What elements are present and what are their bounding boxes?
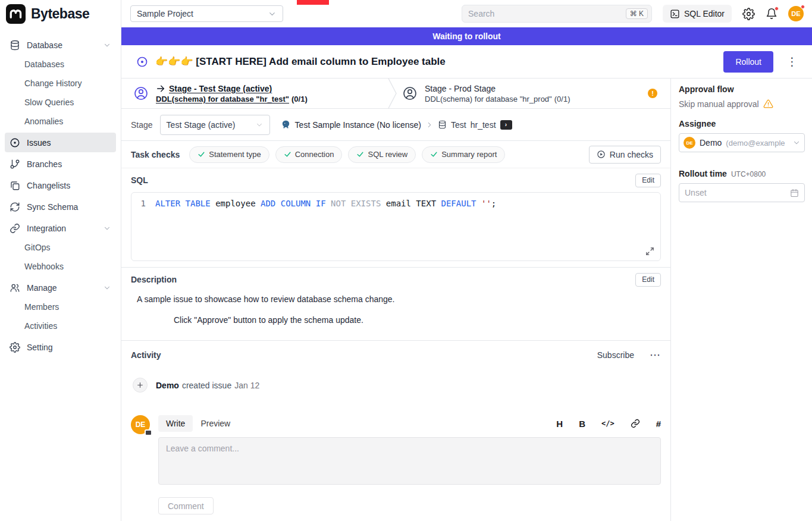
- sql-editor-label: SQL Editor: [684, 9, 725, 18]
- bytebase-logo-icon: [6, 4, 26, 24]
- stage-strip: Stage - Test Stage (active) DDL(schema) …: [121, 79, 670, 109]
- issue-status-icon: [136, 56, 148, 68]
- approval-flow-label: Approval flow: [679, 84, 805, 94]
- chevron-down-icon: [103, 41, 111, 49]
- stage-select[interactable]: Test Stage (active): [160, 115, 270, 135]
- description-title: Description: [131, 275, 177, 284]
- check-connection[interactable]: Connection: [275, 146, 343, 163]
- sidebar-item-integration[interactable]: Integration: [5, 218, 116, 238]
- project-select-value: Sample Project: [137, 9, 193, 18]
- heading-format-icon[interactable]: H: [556, 419, 563, 429]
- sidebar-item-manage[interactable]: Manage: [5, 278, 116, 297]
- subscribe-button[interactable]: Subscribe: [597, 350, 634, 360]
- avatar-initials: DE: [686, 140, 692, 146]
- sql-code-block[interactable]: 1 ALTER TABLE employee ADD COLUMN IF NOT…: [131, 192, 661, 261]
- comment-input[interactable]: [158, 437, 661, 485]
- run-checks-label: Run checks: [610, 150, 653, 159]
- hash-format-icon[interactable]: #: [656, 419, 661, 429]
- comment-button[interactable]: Comment: [158, 497, 214, 514]
- assignee-avatar: DE: [684, 137, 695, 149]
- settings-icon: [10, 342, 20, 353]
- stage-separator: [388, 79, 397, 108]
- main-column: Sample Project ⌘ K SQL Editor DE Waiting…: [121, 0, 812, 521]
- settings-gear-icon[interactable]: [742, 8, 755, 20]
- expand-icon[interactable]: [645, 247, 654, 256]
- sidebar-item-database[interactable]: Database: [5, 35, 116, 55]
- stage-test-task-link[interactable]: DDL(schema) for database "hr_test": [156, 95, 289, 103]
- project-select[interactable]: Sample Project: [130, 5, 283, 22]
- tab-preview[interactable]: Preview: [193, 415, 238, 432]
- stage-select-value: Test Stage (active): [167, 120, 236, 130]
- approval-flow-value: Skip manual approval: [679, 99, 759, 109]
- notifications-bell-icon[interactable]: [766, 8, 777, 20]
- rollout-time-header: Rollout time UTC+0800: [679, 169, 805, 178]
- line-number: 1: [131, 199, 155, 208]
- sidebar-item-activities[interactable]: Activities: [5, 316, 116, 335]
- activity-user: Demo: [156, 381, 179, 390]
- chevron-down-icon: [103, 284, 111, 292]
- bytebase-logo[interactable]: Bytebase: [0, 0, 121, 27]
- sidebar-item-label: Databases: [24, 59, 64, 69]
- status-banner-text: Waiting to rollout: [432, 32, 501, 41]
- user-avatar[interactable]: DE: [788, 6, 804, 21]
- sidebar-item-members[interactable]: Members: [5, 297, 116, 316]
- sidebar-item-slow-queries[interactable]: Slow Queries: [5, 93, 116, 112]
- open-sql-editor-icon[interactable]: ›: [500, 120, 512, 130]
- sidebar-item-sync-schema[interactable]: Sync Schema: [5, 197, 116, 216]
- rollout-button[interactable]: Rollout: [723, 51, 773, 73]
- issue-side-panel: Approval flow Skip manual approval Assig…: [671, 79, 812, 521]
- stage-prod-warning-icon: !: [648, 89, 657, 98]
- sidebar-item-databases[interactable]: Databases: [5, 55, 116, 74]
- check-statement-type[interactable]: Statement type: [189, 146, 269, 163]
- search-box[interactable]: ⌘ K: [462, 5, 652, 23]
- tab-write[interactable]: Write: [158, 415, 193, 432]
- assignee-select[interactable]: DE Demo (demo@example: [679, 133, 805, 152]
- rollout-timezone: UTC+0800: [731, 170, 766, 178]
- activity-action: created issue: [182, 381, 231, 390]
- database-link[interactable]: hr_test: [471, 120, 496, 130]
- environment-label: Test: [451, 120, 466, 130]
- sidebar-item-anomalies[interactable]: Anomalies: [5, 112, 116, 131]
- sidebar-nav: Database Databases Change History Slow Q…: [0, 27, 121, 357]
- manage-users-icon: [10, 283, 20, 293]
- sidebar-item-issues[interactable]: Issues: [5, 133, 116, 152]
- plus-circle-icon: [133, 378, 148, 393]
- database-icon: [10, 40, 20, 51]
- stage-test-title-link[interactable]: Stage - Test Stage (active): [169, 84, 272, 93]
- check-summary-report[interactable]: Summary report: [422, 146, 505, 163]
- sql-section: SQL Edit 1 ALTER TABLE employee ADD COLU…: [121, 168, 670, 268]
- format-toolbar: H B </> #: [556, 419, 661, 429]
- bold-format-icon[interactable]: B: [579, 419, 585, 429]
- search-input[interactable]: [468, 9, 626, 18]
- sql-editor-button[interactable]: SQL Editor: [663, 5, 732, 23]
- link-format-icon[interactable]: [631, 419, 640, 428]
- sidebar-item-label: Branches: [27, 159, 62, 169]
- sidebar-item-changelists[interactable]: Changelists: [5, 175, 116, 195]
- sidebar-item-gitops[interactable]: GitOps: [5, 238, 116, 257]
- sidebar-item-webhooks[interactable]: Webhooks: [5, 257, 116, 276]
- stage-prod-text: Stage - Prod Stage DDL(schema) for datab…: [425, 84, 570, 103]
- stage-prod-progress: (0/1): [554, 95, 570, 103]
- check-icon: [197, 150, 205, 158]
- issue-menu-icon[interactable]: ⋮: [786, 55, 798, 68]
- run-checks-button[interactable]: Run checks: [589, 146, 661, 164]
- activity-menu-icon[interactable]: ⋯: [650, 349, 661, 362]
- chevron-right-icon: [425, 121, 434, 129]
- check-sql-review[interactable]: SQL review: [348, 146, 416, 163]
- stage-test[interactable]: Stage - Test Stage (active) DDL(schema) …: [121, 79, 388, 108]
- issue-header: 👉👉👉 [START HERE] Add email column to Emp…: [121, 45, 812, 79]
- code-format-icon[interactable]: </>: [601, 419, 615, 428]
- activity-event: Democreated issueJan 12: [131, 378, 661, 393]
- sidebar-item-change-history[interactable]: Change History: [5, 74, 116, 93]
- sql-edit-button[interactable]: Edit: [635, 174, 661, 187]
- sidebar-item-label: Issues: [27, 138, 51, 147]
- assignee-name: Demo: [700, 138, 722, 147]
- sidebar-item-branches[interactable]: Branches: [5, 154, 116, 174]
- instance-link[interactable]: Test Sample Instance (No license): [295, 120, 421, 130]
- sidebar-item-setting[interactable]: Setting: [5, 337, 116, 357]
- user-circle-icon: [133, 86, 149, 101]
- stage-prod[interactable]: Stage - Prod Stage DDL(schema) for datab…: [397, 79, 670, 108]
- issue-title: 👉👉👉 [START HERE] Add email column to Emp…: [155, 55, 716, 68]
- description-edit-button[interactable]: Edit: [635, 273, 661, 287]
- rollout-time-input[interactable]: Unset: [679, 183, 805, 202]
